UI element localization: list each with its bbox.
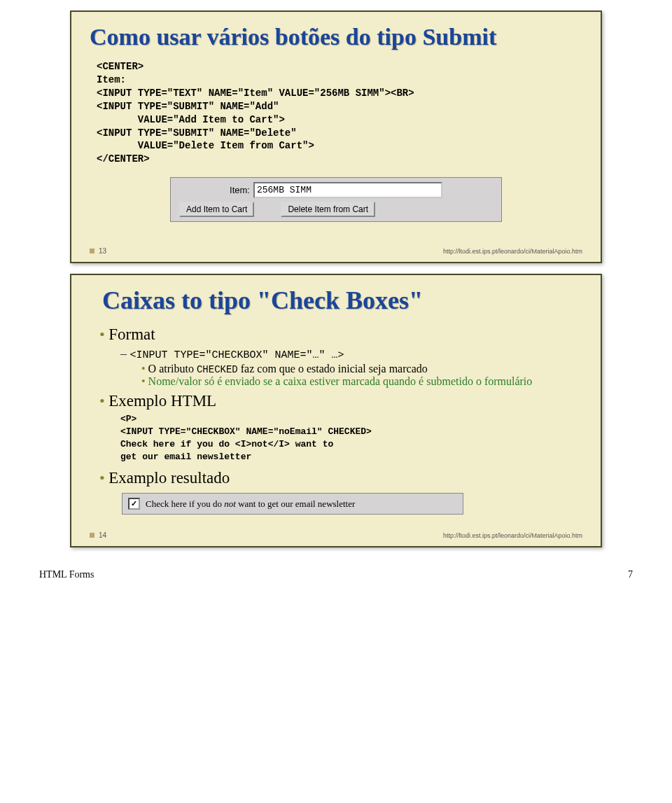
slide-url-2: http://ltodi.est.ips.pt/leonardo/ci/Mate… bbox=[443, 532, 582, 539]
slide-marker-icon bbox=[90, 533, 94, 538]
slide-title-2: Caixas to tipo "Check Boxes" bbox=[102, 286, 582, 315]
format-code-snippet: <INPUT TYPE="CHECKBOX" NAME="…" …> bbox=[130, 349, 344, 361]
slide-marker-icon bbox=[90, 249, 94, 253]
slide-title-1: Como usar vários botões do tipo Submit bbox=[90, 23, 582, 50]
code-block-1: <CENTER> Item: <INPUT TYPE="TEXT" NAME="… bbox=[97, 60, 582, 166]
delete-from-cart-button[interactable]: Delete Item from Cart bbox=[281, 202, 375, 217]
bullet-result: Examplo resultado ✓ Check here if you do… bbox=[99, 469, 582, 515]
slide-number-2: 14 bbox=[99, 531, 106, 539]
add-to-cart-button[interactable]: Add Item to Cart bbox=[179, 202, 254, 217]
bullet-example-html: Exemplo HTML <P> <INPUT TYPE="CHECKBOX" … bbox=[99, 392, 582, 464]
sub-name-value-note: Nome/valor só é enviado se a caixa estiv… bbox=[141, 375, 582, 388]
checked-note-post: faz com que o estado inicial seja marcad… bbox=[238, 363, 428, 375]
item-input[interactable] bbox=[253, 182, 442, 198]
page-footer-left: HTML Forms bbox=[39, 569, 94, 580]
checked-keyword: CHECKED bbox=[197, 364, 238, 375]
slide-url-1: http://ltodi.est.ips.pt/leonardo/ci/Mate… bbox=[443, 248, 582, 255]
bullet-list: Format <INPUT TYPE="CHECKBOX" NAME="…" …… bbox=[99, 326, 582, 515]
checkbox-label-em: not bbox=[224, 498, 236, 509]
slide-number-1: 13 bbox=[99, 247, 106, 255]
page-footer-right: 7 bbox=[628, 569, 633, 580]
checked-note-pre: O atributo bbox=[148, 363, 197, 375]
sub-checked-note: O atributo CHECKED faz com que o estado … bbox=[141, 363, 582, 375]
button-row: Add Item to Cart Delete Item from Cart bbox=[175, 202, 497, 217]
bullet-example-html-label: Exemplo HTML bbox=[108, 392, 216, 410]
bullet-format-label: Format bbox=[108, 326, 155, 343]
checkbox-label-post: want to get our email newsletter bbox=[236, 498, 355, 509]
sub-format-code: <INPUT TYPE="CHECKBOX" NAME="…" …> O atr… bbox=[120, 347, 582, 388]
code-block-2: <P> <INPUT TYPE="CHECKBOX" NAME="noEmail… bbox=[120, 413, 582, 464]
form-sample-1: Item: Add Item to Cart Delete Item from … bbox=[170, 177, 502, 222]
slide-1: Como usar vários botões do tipo Submit <… bbox=[70, 11, 602, 263]
checkbox-label-pre: Check here if you do bbox=[146, 498, 224, 509]
slide-footer-1: 13 http://ltodi.est.ips.pt/leonardo/ci/M… bbox=[90, 247, 582, 255]
bullet-result-label: Examplo resultado bbox=[108, 469, 230, 487]
slide-footer-2: 14 http://ltodi.est.ips.pt/leonardo/ci/M… bbox=[90, 531, 582, 539]
item-label: Item: bbox=[230, 185, 250, 195]
checkbox-sample: ✓ Check here if you do not want to get o… bbox=[122, 493, 463, 515]
checkbox-icon[interactable]: ✓ bbox=[128, 498, 140, 510]
check-mark-icon: ✓ bbox=[131, 500, 137, 508]
slide-2: Caixas to tipo "Check Boxes" Format <INP… bbox=[70, 274, 602, 547]
item-row: Item: bbox=[175, 182, 497, 198]
bullet-format: Format <INPUT TYPE="CHECKBOX" NAME="…" …… bbox=[99, 326, 582, 388]
page-footer: HTML Forms 7 bbox=[0, 558, 672, 587]
checkbox-label: Check here if you do not want to get our… bbox=[146, 498, 355, 510]
